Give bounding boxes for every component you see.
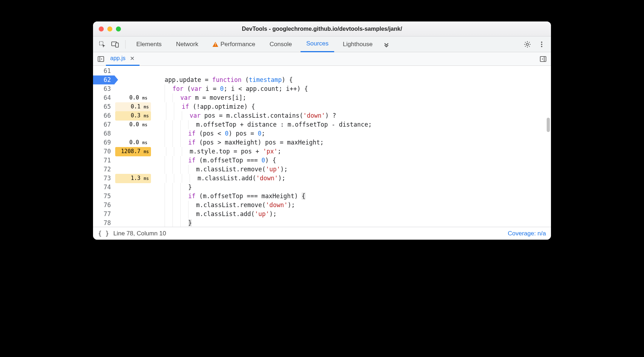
code-line[interactable]: 77m.classList.add('up'); <box>93 210 551 219</box>
indent-guides <box>152 102 182 111</box>
line-number[interactable]: 76 <box>93 201 114 210</box>
code-line[interactable]: 62app.update = function (timestamp) { <box>93 75 551 84</box>
line-number[interactable]: 66 <box>93 111 114 120</box>
code-line[interactable]: 63for (var i = 0; i < app.count; i++) { <box>93 84 551 93</box>
tab-elements[interactable]: Elements <box>131 36 167 52</box>
line-timing: 1.3 ms <box>115 174 151 183</box>
code-line[interactable]: 640.0 msvar m = movers[i]; <box>93 93 551 102</box>
code-text[interactable]: m.offsetTop + distance : m.offsetTop - d… <box>196 120 372 129</box>
code-line[interactable]: 78} <box>93 219 551 227</box>
settings-icon[interactable] <box>522 39 532 49</box>
code-text[interactable]: if (m.offsetTop === maxHeight) { <box>188 192 306 201</box>
indent-guides <box>150 210 196 219</box>
line-number[interactable]: 61 <box>93 67 114 75</box>
code-line[interactable]: 76m.classList.remove('down'); <box>93 201 551 210</box>
code-text[interactable]: app.update = function (timestamp) { <box>165 75 293 84</box>
line-timing: 1208.7 ms <box>115 147 151 156</box>
code-line[interactable]: 660.3 msvar pos = m.classList.contains('… <box>93 111 551 120</box>
code-text[interactable]: if (pos > maxHeight) pos = maxHeight; <box>188 138 324 147</box>
code-text[interactable]: if (m.offsetTop === 0) { <box>188 156 276 165</box>
coverage-link[interactable]: Coverage: n/a <box>508 230 546 237</box>
inspect-element-icon[interactable] <box>97 39 107 49</box>
indent-guides <box>150 183 188 192</box>
line-number[interactable]: 70 <box>93 147 114 156</box>
more-tabs-icon[interactable] <box>381 39 391 49</box>
code-text[interactable]: } <box>188 219 192 227</box>
scrollbar-thumb[interactable] <box>547 118 550 132</box>
line-number[interactable]: 67 <box>93 120 114 129</box>
navigator-toggle-icon[interactable] <box>96 54 106 64</box>
code-line[interactable]: 670.0 msm.offsetTop + distance : m.offse… <box>93 120 551 129</box>
line-timing: 0.1 ms <box>115 102 151 112</box>
code-line[interactable]: 701208.7 msm.style.top = pos + 'px'; <box>93 147 551 156</box>
line-timing: 0.0 ms <box>114 93 150 103</box>
file-tab-appjs[interactable]: app.js ✕ <box>106 52 140 66</box>
line-number[interactable]: 68 <box>93 129 114 138</box>
code-line[interactable]: 68if (pos < 0) pos = 0; <box>93 129 551 138</box>
close-file-icon[interactable]: ✕ <box>129 54 135 63</box>
line-number[interactable]: 77 <box>93 210 114 219</box>
code-line[interactable]: 61 <box>93 67 551 75</box>
indent-guides <box>150 156 188 165</box>
svg-point-6 <box>541 46 542 47</box>
code-text[interactable]: for (var i = 0; i < app.count; i++) { <box>172 84 308 93</box>
svg-rect-2 <box>116 43 118 47</box>
line-timing: 0.3 ms <box>115 111 151 121</box>
line-number[interactable]: 71 <box>93 156 114 165</box>
code-text[interactable]: m.classList.add('down'); <box>197 174 286 183</box>
code-line[interactable]: 74} <box>93 183 551 192</box>
minimize-window-button[interactable] <box>107 26 112 31</box>
code-text[interactable]: if (!app.optimize) { <box>182 102 255 111</box>
indent-guides <box>150 93 180 102</box>
statusbar: { } Line 78, Column 10 Coverage: n/a <box>93 227 551 240</box>
line-number[interactable]: 64 <box>93 93 114 102</box>
main-tabs: Elements Network Performance Console Sou… <box>93 36 551 52</box>
code-line[interactable]: 731.3 msm.classList.add('down'); <box>93 174 551 183</box>
tab-lighthouse[interactable]: Lighthouse <box>337 36 378 52</box>
line-number[interactable]: 72 <box>93 165 114 174</box>
breakpoint-gutter[interactable]: 62 <box>93 75 114 84</box>
line-timing: 0.0 ms <box>114 120 150 129</box>
code-text[interactable]: var pos = m.classList.contains('down') ? <box>190 111 336 120</box>
debugger-toggle-icon[interactable] <box>538 54 548 64</box>
indent-guides <box>150 138 188 147</box>
code-line[interactable]: 71if (m.offsetTop === 0) { <box>93 156 551 165</box>
tab-console[interactable]: Console <box>264 36 298 52</box>
titlebar: DevTools - googlechrome.github.io/devtoo… <box>93 21 551 36</box>
line-number[interactable]: 65 <box>93 102 114 111</box>
code-text[interactable]: m.classList.remove('up'); <box>196 165 288 174</box>
code-text[interactable]: if (pos < 0) pos = 0; <box>188 129 265 138</box>
code-line[interactable]: 75if (m.offsetTop === maxHeight) { <box>93 192 551 201</box>
code-text[interactable]: m.style.top = pos + 'px'; <box>190 147 281 156</box>
device-toolbar-icon[interactable] <box>110 39 120 49</box>
code-line[interactable]: 690.0 msif (pos > maxHeight) pos = maxHe… <box>93 138 551 147</box>
code-text[interactable]: m.classList.remove('down'); <box>196 201 295 210</box>
tab-performance[interactable]: Performance <box>207 36 261 52</box>
tab-network[interactable]: Network <box>170 36 204 52</box>
code-line[interactable]: 650.1 msif (!app.optimize) { <box>93 102 551 111</box>
line-number[interactable]: 63 <box>93 84 114 93</box>
close-window-button[interactable] <box>99 26 104 31</box>
maximize-window-button[interactable] <box>116 26 121 31</box>
code-editor[interactable]: 6162app.update = function (timestamp) {6… <box>93 66 551 227</box>
tab-lighthouse-label: Lighthouse <box>343 41 372 48</box>
indent-guides <box>150 120 196 129</box>
code-line[interactable]: 72m.classList.remove('up'); <box>93 165 551 174</box>
file-tabs-bar: app.js ✕ <box>93 52 551 66</box>
tab-sources-label: Sources <box>306 40 328 47</box>
line-timing: 0.0 ms <box>114 138 150 147</box>
line-number[interactable]: 78 <box>93 219 114 227</box>
tab-sources[interactable]: Sources <box>301 36 334 52</box>
code-text[interactable]: var m = movers[i]; <box>180 93 246 102</box>
line-number[interactable]: 74 <box>93 183 114 192</box>
code-text[interactable]: m.classList.add('up'); <box>196 210 277 219</box>
line-number[interactable]: 73 <box>93 174 114 183</box>
indent-guides <box>150 165 196 174</box>
line-number[interactable]: 75 <box>93 192 114 201</box>
code-text[interactable]: } <box>188 183 192 192</box>
pretty-print-icon[interactable]: { } <box>98 230 109 237</box>
file-tab-label: app.js <box>110 55 126 62</box>
line-number[interactable]: 69 <box>93 138 114 147</box>
kebab-menu-icon[interactable] <box>537 39 547 49</box>
warning-icon <box>213 42 218 47</box>
